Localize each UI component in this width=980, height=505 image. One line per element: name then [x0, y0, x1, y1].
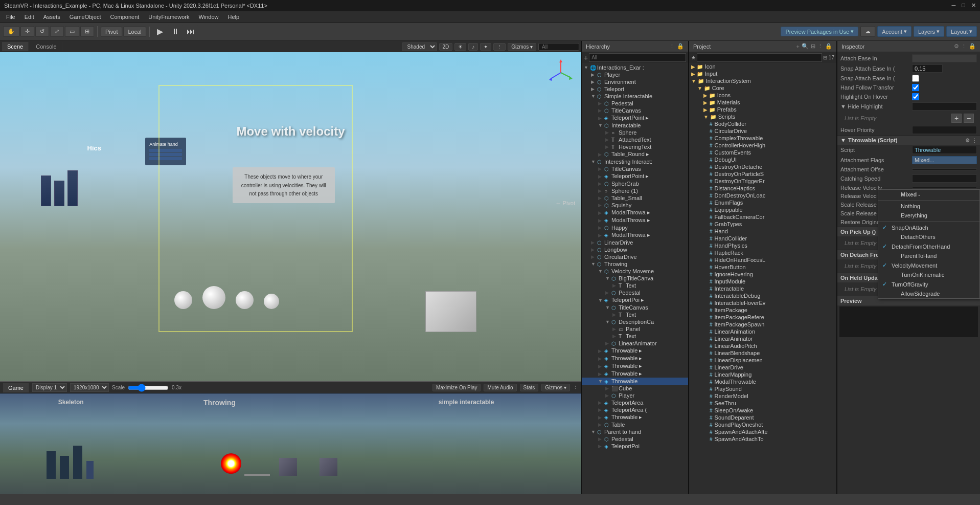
close-btn[interactable]: ✕ — [971, 2, 976, 9]
project-search-icon[interactable]: 🔍 — [802, 43, 809, 50]
tree-item-throwing[interactable]: ▼ ⬡ Throwing — [582, 260, 688, 268]
project-item-interactabledebug[interactable]: # InteractableDebug — [689, 292, 836, 299]
project-item-handcollider[interactable]: # HandCollider — [689, 235, 836, 242]
preview-packages-btn[interactable]: Preview Packages in Use ▾ — [781, 27, 858, 36]
tree-item-teleportpoi2[interactable]: ▶ ◈ TeleportPoi — [582, 443, 688, 450]
project-search[interactable] — [697, 53, 822, 62]
menu-assets[interactable]: Assets — [39, 13, 64, 21]
gizmos-btn[interactable]: Gizmos ▾ — [508, 43, 536, 51]
tree-item-player[interactable]: ▶ ⬡ Player — [582, 71, 688, 78]
project-item-inputmodule[interactable]: # InputModule — [689, 278, 836, 285]
project-item-hand[interactable]: # Hand — [689, 228, 836, 235]
dropdown-allowsidegrade[interactable]: AllowSidegrade — [878, 289, 979, 298]
tree-item-longbow[interactable]: ▶ ⬡ Longbow — [582, 246, 688, 253]
tree-item-parenttohand[interactable]: ▼ ⬡ Parent to hand — [582, 428, 688, 435]
dropdown-turnonkinematic[interactable]: TurnOnKinematic — [878, 270, 979, 279]
tree-item-velocitymovement[interactable]: ▼ ⬡ Velocity Moveme — [582, 268, 688, 275]
tree-item-throwable3[interactable]: ▶ ◈ Throwable ▸ — [582, 362, 688, 370]
project-item-destroyontrigger[interactable]: # DestroyOnTriggerEr — [689, 178, 836, 185]
project-item-interactable[interactable]: # Interactable — [689, 285, 836, 292]
project-item-grabtypes[interactable]: # GrabTypes — [689, 221, 836, 228]
project-item-rendermodel[interactable]: # RenderModel — [689, 392, 836, 400]
tree-item-interactions[interactable]: ▼ 🌐 Interactions_Exar : — [582, 64, 688, 71]
tree-item-throwable1[interactable]: ▶ ◈ Throwable ▸ — [582, 347, 688, 355]
project-item-hideonhand[interactable]: # HideOnHandFocusL — [689, 256, 836, 264]
project-item-materials[interactable]: ▶ 📁 Materials — [689, 99, 836, 106]
project-item-modalthrowable[interactable]: # ModalThrowable — [689, 378, 836, 385]
project-item-fallbackcamera[interactable]: # FallbackCameraCor — [689, 213, 836, 221]
hierarchy-lock-icon[interactable]: 🔒 — [677, 43, 684, 50]
tab-scene[interactable]: Scene — [2, 42, 29, 51]
tree-item-panel[interactable]: ▶ ▭ Panel — [582, 325, 688, 333]
tab-game[interactable]: Game — [3, 383, 29, 392]
menu-component[interactable]: Component — [106, 13, 143, 21]
project-item-destroyondetach[interactable]: # DestroyOnDetache — [689, 163, 836, 170]
project-lock-icon[interactable]: 🔒 — [825, 43, 832, 50]
dropdown-parenttohand[interactable]: ParentToHand — [878, 251, 979, 260]
project-item-customevents[interactable]: # CustomEvents — [689, 149, 836, 156]
project-item-equippable[interactable]: # Equippable — [689, 206, 836, 213]
project-item-soundplayoneshot[interactable]: # SoundPlayOneshot — [689, 421, 836, 428]
snap-attach-ease-in-checkbox[interactable] — [912, 75, 919, 82]
remove-btn-1[interactable]: − — [964, 114, 974, 123]
project-add-btn[interactable]: + — [796, 43, 800, 50]
hide-highlight-input[interactable]: 0 — [912, 102, 977, 111]
menu-edit[interactable]: Edit — [20, 13, 38, 21]
tree-item-spheregrab[interactable]: ▶ ⬡ SpherGrab — [582, 180, 688, 187]
tree-item-titlecanvas2[interactable]: ▶ ⬡ TitleCanvas — [582, 165, 688, 172]
menu-window[interactable]: Window — [194, 13, 222, 21]
tree-item-text2[interactable]: ▶ T Text — [582, 311, 688, 318]
project-item-icons[interactable]: ▶ 📁 Icons — [689, 92, 836, 99]
dropdown-detachfromotherhand[interactable]: DetachFromOtherHand — [878, 241, 979, 251]
tree-item-linearanimator[interactable]: ▶ ⬡ LinearAnimator — [582, 340, 688, 347]
display-dropdown[interactable]: Display 1 — [32, 383, 67, 392]
tree-item-tableround[interactable]: ▶ ⬡ Table_Round ▸ — [582, 150, 688, 158]
project-item-icon[interactable]: ▶ 📁 Icon — [689, 63, 836, 70]
tree-item-attachedtext[interactable]: ▶ T AttachedText — [582, 136, 688, 143]
tree-item-titlecanvas1[interactable]: ▶ ⬡ TitleCanvas — [582, 107, 688, 114]
minimize-btn[interactable]: ─ — [952, 2, 956, 9]
tree-item-squishy[interactable]: ▶ ⬡ Squishy — [582, 202, 688, 209]
tree-item-text3[interactable]: ▶ T Text — [582, 333, 688, 340]
tree-item-lineardrive[interactable]: ▶ ⬡ LinearDrive — [582, 239, 688, 246]
tree-item-sphere[interactable]: ▶ ○ Sphere — [582, 129, 688, 136]
tree-item-pedestal3[interactable]: ▶ ⬡ Pedestal — [582, 435, 688, 443]
account-btn[interactable]: Account ▾ — [877, 26, 911, 37]
tree-item-modalthrowa2[interactable]: ▶ ◈ ModalThrowa ▸ — [582, 216, 688, 224]
release-velocity-val[interactable] — [912, 187, 977, 189]
project-item-linearanimator[interactable]: # LinearAnimator — [689, 335, 836, 342]
dropdown-everything[interactable]: Everything — [878, 211, 979, 220]
project-menu-icon[interactable]: ⋮ — [817, 43, 823, 50]
project-item-hoverbutton[interactable]: # HoverButton — [689, 264, 836, 271]
hover-priority-input[interactable]: 0 — [912, 126, 977, 134]
tree-item-modalthrowa1[interactable]: ▶ ◈ ModalThrowa ▸ — [582, 209, 688, 216]
tree-item-text1[interactable]: ▶ T Text — [582, 282, 688, 289]
project-item-spawnattachafter[interactable]: # SpawnAndAttachAfte — [689, 428, 836, 435]
project-item-interactablehover[interactable]: # InteractableHoverEv — [689, 299, 836, 306]
2d-btn[interactable]: 2D — [439, 43, 453, 51]
fx-btn[interactable]: ✦ — [480, 43, 491, 51]
project-grid-icon[interactable]: ⊞ — [811, 43, 815, 50]
attachment-offset-val[interactable] — [912, 168, 977, 170]
project-item-linearmapping[interactable]: # LinearMapping — [689, 371, 836, 378]
project-list[interactable]: ▶ 📁 Icon ▶ 📁 Input ▼ 📁 InteractionSystem… — [689, 63, 836, 494]
tree-item-cube[interactable]: ▶ ⬛ Cube — [582, 385, 688, 392]
project-item-lineardrive[interactable]: # LinearDrive — [689, 364, 836, 371]
scale-tool[interactable]: ⤢ — [50, 26, 64, 37]
tree-item-throwable-selected[interactable]: ▼ ◈ Throwable — [582, 378, 688, 385]
tree-item-throwable2[interactable]: ▶ ◈ Throwable ▸ — [582, 355, 688, 362]
scale-slider[interactable] — [128, 384, 169, 392]
mute-audio-btn[interactable]: Mute Audio — [484, 384, 516, 391]
project-item-ignorehovering[interactable]: # IgnoreHovering — [689, 271, 836, 278]
project-item-dontdestroy[interactable]: # DontDestroyOnLoac — [689, 192, 836, 199]
snap-attach-ease-in-val[interactable]: 0.15 — [912, 64, 943, 73]
tree-item-interesting[interactable]: ▼ ⬡ Interesting Interact: — [582, 158, 688, 165]
attachment-flags-dropdown-menu[interactable]: Mixed - Nothing Everything SnapOnAttach … — [878, 189, 980, 299]
add-btn-1[interactable]: + — [951, 114, 962, 123]
dropdown-snaponattach[interactable]: SnapOnAttach — [878, 223, 979, 232]
add-hierarchy-btn[interactable]: + — [584, 54, 588, 62]
hand-follow-transform-checkbox[interactable] — [912, 84, 919, 91]
tree-item-throwable4[interactable]: ▶ ◈ Throwable ▸ — [582, 370, 688, 378]
scene-3d-view[interactable]: Hics Animate hand Move with velocity The… — [0, 52, 581, 381]
project-item-core[interactable]: ▼ 📁 Core — [689, 84, 836, 92]
